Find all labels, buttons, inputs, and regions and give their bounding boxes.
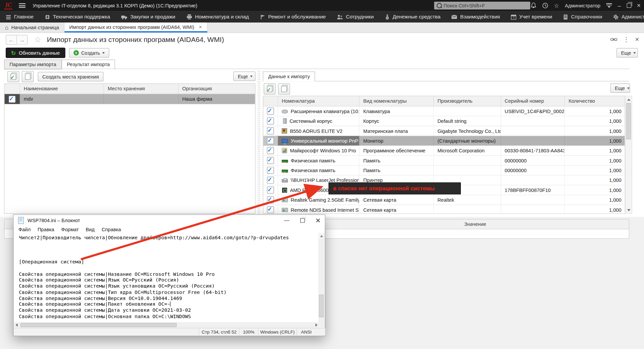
import-row-motherboard[interactable]: B550 AORUS ELITE V2 Материнская плата Gi…: [263, 126, 625, 136]
notepad-text-area[interactable]: Чипсет2|Производитель чипсета|Обновление…: [14, 233, 319, 332]
network-icon: [282, 198, 288, 202]
menu-item-administration[interactable]: Администрирование: [613, 14, 644, 20]
tab-home[interactable]: ⌂Начальная страница: [0, 22, 64, 32]
panel-splitter[interactable]: [258, 71, 260, 214]
import-row-ram-2[interactable]: Физическая память Память 00000000 1,000: [263, 165, 625, 175]
notepad-maximize-button[interactable]: [300, 218, 305, 222]
more-kebab-icon[interactable]: ⋮: [623, 36, 629, 43]
row-checkbox[interactable]: [267, 137, 274, 144]
storages-more-button[interactable]: Еще: [233, 71, 256, 81]
row-checkbox[interactable]: [267, 206, 274, 213]
tab-import-parameters[interactable]: Параметры импорта: [4, 60, 61, 69]
row-checkbox[interactable]: [267, 108, 274, 115]
check-all-button[interactable]: [264, 84, 276, 95]
tab-close-icon[interactable]: ×: [199, 24, 202, 30]
storage-row-mdv[interactable]: mdv Наша фирма: [4, 94, 255, 104]
chevron-down-icon: [102, 52, 105, 54]
current-user[interactable]: Администратор: [565, 3, 600, 8]
notepad-title-bar[interactable]: WSP7804.ini – Блокнот — ✕: [13, 215, 325, 226]
tab-data-to-import[interactable]: Данные к импорту: [263, 71, 315, 81]
notepad-menu-help[interactable]: Справка: [102, 227, 121, 233]
col-kind[interactable]: Вид номенклатуры: [360, 96, 434, 106]
favorites-star-icon[interactable]: ☆: [554, 3, 559, 8]
scroll-up-icon[interactable]: [626, 96, 632, 103]
notepad-menu-edit[interactable]: Правка: [38, 227, 54, 233]
refresh-data-button[interactable]: ↻ Обновить данные: [6, 48, 65, 58]
user-menu-icon[interactable]: [606, 3, 612, 8]
menu-item-support[interactable]: Техническая поддержка: [45, 14, 110, 20]
uncheck-all-button[interactable]: [22, 71, 34, 82]
scroll-down-icon[interactable]: [626, 207, 632, 213]
col-name[interactable]: Наименование: [20, 84, 104, 94]
scrollbar-thumb[interactable]: [319, 295, 323, 317]
storages-table: Наименование Место хранения Организация …: [4, 84, 255, 214]
close-window-button[interactable]: ×: [637, 2, 641, 9]
back-button[interactable]: ←: [6, 35, 17, 44]
favorite-star-icon[interactable]: ☆: [34, 35, 41, 44]
menu-item-repair[interactable]: Ремонт и обслуживание: [260, 14, 326, 20]
menu-item-money[interactable]: sДенежные средства: [385, 14, 440, 20]
col-storage[interactable]: Место хранения: [104, 84, 178, 94]
menu-item-nomenclature[interactable]: Номенклатура и склад: [186, 14, 249, 20]
import-table-scrollbar[interactable]: [625, 96, 632, 213]
restore-button[interactable]: [627, 3, 631, 8]
history-icon[interactable]: [542, 2, 548, 8]
import-row-monitor[interactable]: Универсальный монитор PnP Монитор (Станд…: [263, 136, 625, 146]
import-row-windows[interactable]: Майкрософт Windows 10 Pro Программное об…: [263, 146, 625, 156]
hamburger-icon[interactable]: [19, 3, 25, 8]
col-value[interactable]: Значение: [322, 219, 629, 229]
import-more-button[interactable]: Еще: [610, 84, 630, 93]
row-checkbox[interactable]: [267, 157, 274, 164]
notepad-minimize-button[interactable]: —: [284, 217, 289, 223]
notepad-menu-view[interactable]: Вид: [86, 227, 95, 233]
col-organization[interactable]: Организация: [178, 84, 255, 94]
search-input[interactable]: Поиск Ctrl+Shift+F: [434, 2, 530, 9]
menu-item-interactions[interactable]: Взаимодействия: [451, 14, 500, 20]
row-checkbox[interactable]: [267, 177, 274, 184]
check-all-button[interactable]: [7, 71, 19, 82]
scroll-up-icon[interactable]: [318, 233, 324, 239]
import-row-ram-1[interactable]: Физическая память Память 00000000 1,000: [263, 156, 625, 165]
col-serial[interactable]: Серийный номер: [501, 96, 565, 106]
create-storages-button[interactable]: Создать места хранения: [38, 72, 104, 81]
import-row-keyboard[interactable]: Расширенная клавиатура (101 ил... Клавиа…: [263, 106, 625, 116]
row-checkbox[interactable]: [267, 187, 274, 194]
menu-item-main[interactable]: Главное: [6, 14, 34, 20]
import-row-network-1[interactable]: Realtek Gaming 2.5GbE Family C... Сетева…: [263, 195, 625, 205]
menu-item-timesheet[interactable]: 7Учет времени: [511, 14, 552, 20]
menu-item-purchases[interactable]: Закупки и продажи: [121, 14, 175, 20]
import-row-network-2[interactable]: Remote NDIS based Internet Shari... Сете…: [263, 205, 625, 214]
scrollbar-thumb[interactable]: [626, 103, 631, 139]
menu-item-staff[interactable]: Сотрудники: [337, 14, 374, 20]
get-link-icon[interactable]: [610, 37, 618, 42]
tab-import-data[interactable]: Импорт данных из сторонних программ (AID…: [64, 22, 207, 32]
col-manufacturer[interactable]: Производитель: [434, 96, 501, 106]
row-checkbox[interactable]: [267, 128, 274, 135]
scroll-left-icon[interactable]: [16, 323, 18, 327]
forward-button[interactable]: →: [17, 35, 28, 44]
notepad-menu-file[interactable]: Файл: [18, 227, 31, 233]
notepad-vertical-scrollbar[interactable]: [318, 233, 324, 332]
scroll-right-icon[interactable]: [315, 323, 317, 327]
row-checkbox[interactable]: [267, 196, 274, 203]
minimize-button[interactable]: –: [618, 3, 621, 8]
row-checkbox[interactable]: [267, 117, 274, 124]
menu-item-references[interactable]: Справочники: [563, 14, 602, 20]
notepad-close-button[interactable]: ✕: [315, 216, 321, 224]
col-quantity[interactable]: Количество: [565, 96, 625, 106]
tab-import-result[interactable]: Результат импорта: [62, 60, 115, 69]
close-form-button[interactable]: ×: [635, 35, 639, 43]
row-checkbox[interactable]: [267, 147, 274, 154]
notepad-window[interactable]: WSP7804.ini – Блокнот — ✕ Файл Правка Фо…: [13, 214, 325, 336]
notepad-horizontal-scrollbar[interactable]: [14, 322, 319, 328]
import-row-case[interactable]: Системный корпус Корпус Default string 1…: [263, 116, 625, 126]
col-nomenclature[interactable]: Номенклатура: [278, 96, 360, 106]
row-checkbox[interactable]: [267, 167, 274, 174]
scrollbar-thumb[interactable]: [20, 323, 176, 327]
uncheck-all-button[interactable]: [278, 84, 290, 95]
form-more-button[interactable]: Еще: [616, 48, 638, 57]
create-button[interactable]: + Создать: [69, 48, 109, 57]
notepad-menu-format[interactable]: Формат: [61, 227, 79, 233]
notifications-bell-icon[interactable]: [531, 2, 536, 8]
row-checkbox[interactable]: [9, 96, 16, 103]
